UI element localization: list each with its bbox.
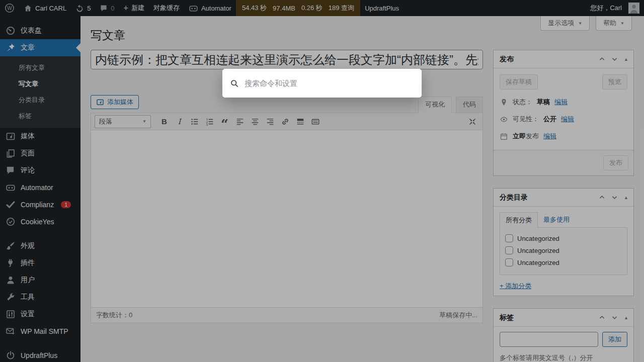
command-palette-modal xyxy=(222,69,422,98)
command-search-input[interactable] xyxy=(245,79,414,87)
dim-overlay[interactable] xyxy=(0,0,644,362)
search-icon xyxy=(230,79,239,88)
